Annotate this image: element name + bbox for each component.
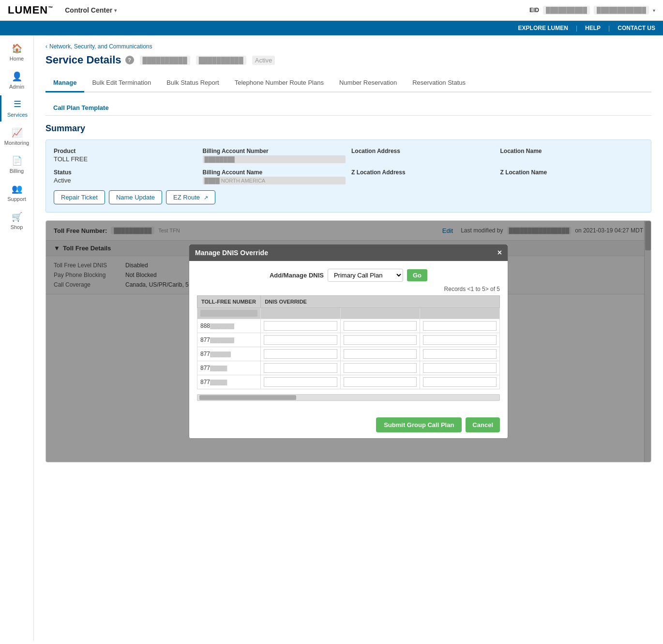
tab-number-reservation[interactable]: Number Reservation <box>332 74 405 92</box>
dnis-input[interactable] <box>264 321 337 331</box>
home-icon: 🏠 <box>12 43 22 54</box>
page-title: Service Details <box>45 54 121 66</box>
modal-overlay: Manage DNIS Override × Add/Manage DNIS P… <box>46 221 651 462</box>
tab-reservation-status[interactable]: Reservation Status <box>405 74 473 92</box>
modal-close-button[interactable]: × <box>497 248 502 257</box>
dnis-input[interactable] <box>344 335 417 345</box>
blurred-cell <box>344 310 417 317</box>
table-cell-number: 877██████ <box>197 347 261 361</box>
eid-value: ██████████ <box>543 6 590 15</box>
sidebar-item-shop[interactable]: 🛒 Shop <box>0 208 33 234</box>
status-value: Active <box>54 177 197 184</box>
col-dnis-override: DNIS OVERRIDE <box>261 296 500 308</box>
tab-bulk-edit[interactable]: Bulk Edit Termination <box>84 74 159 92</box>
sidebar-item-billing[interactable]: 📄 Billing <box>0 152 33 178</box>
dnis-input[interactable] <box>344 349 417 359</box>
table-cell-number: 877███████ <box>197 333 261 347</box>
tab-manage[interactable]: Manage <box>45 74 84 92</box>
submit-group-call-plan-button[interactable]: Submit Group Call Plan <box>376 417 462 432</box>
control-center-menu[interactable]: Control Center ▾ <box>65 6 117 14</box>
service-id-1: ██████████ <box>140 56 190 65</box>
dnis-input[interactable] <box>423 349 497 359</box>
sidebar-item-monitoring[interactable]: 📈 Monitoring <box>0 123 33 150</box>
sidebar-item-label: Home <box>10 56 24 61</box>
location-name-label: Location Name <box>500 148 644 154</box>
dnis-input[interactable] <box>344 363 417 373</box>
monitoring-icon: 📈 <box>12 127 22 138</box>
user-value: ████████████ <box>594 6 649 15</box>
modal-body: Add/Manage DNIS Primary Call Plan Second… <box>189 261 508 414</box>
explore-lumen-link[interactable]: EXPLORE LUMEN <box>518 25 568 31</box>
go-button[interactable]: Go <box>407 269 427 281</box>
help-link[interactable]: HELP <box>585 25 601 31</box>
contact-us-link[interactable]: CONTACT US <box>618 25 655 31</box>
tab-bulk-status[interactable]: Bulk Status Report <box>159 74 226 92</box>
ez-route-label: EZ Route <box>173 194 200 201</box>
dnis-input[interactable] <box>423 377 497 387</box>
dnis-input[interactable] <box>423 335 497 345</box>
modal-control-label: Add/Manage DNIS <box>270 272 324 279</box>
sidebar-item-label: Support <box>7 196 26 202</box>
table-row <box>197 308 500 319</box>
dnis-table: TOLL-FREE NUMBER DNIS OVERRIDE <box>197 295 500 389</box>
lumen-logo: LUMEN™ <box>8 4 53 16</box>
blurred-number <box>200 310 257 317</box>
blurred-cell <box>264 310 337 317</box>
table-cell-number: 877█████ <box>197 375 261 389</box>
dnis-input[interactable] <box>264 349 337 359</box>
ban-name-value: ████ NORTH AMERICA <box>203 177 346 184</box>
location-address-label: Location Address <box>351 148 495 154</box>
dnis-input[interactable] <box>264 363 337 373</box>
info-icon[interactable]: ? <box>125 56 134 64</box>
dnis-input[interactable] <box>264 377 337 387</box>
dnis-input[interactable] <box>344 321 417 331</box>
repair-ticket-button[interactable]: Repair Ticket <box>54 190 105 204</box>
sidebar-item-support[interactable]: 👥 Support <box>0 180 33 206</box>
tab-tn-route[interactable]: Telephone Number Route Plans <box>227 74 332 92</box>
admin-icon: 👤 <box>12 71 22 82</box>
table-row: 877██████ <box>197 347 500 361</box>
control-center-label: Control Center <box>65 6 112 14</box>
ez-route-button[interactable]: EZ Route ↗ <box>166 190 215 204</box>
table-row: 877█████ <box>197 375 500 389</box>
blurred-cell <box>423 310 497 317</box>
dnis-input[interactable] <box>423 321 497 331</box>
sidebar-item-label: Billing <box>10 168 24 174</box>
cancel-button[interactable]: Cancel <box>466 417 500 432</box>
modal-footer: Submit Group Call Plan Cancel <box>189 414 508 438</box>
main-panel: Toll Free Number: ██████████ Test TFN Ed… <box>45 220 651 462</box>
shop-icon: 🛒 <box>12 212 22 222</box>
summary-box: Product TOLL FREE Billing Account Number… <box>45 139 651 213</box>
sidebar-item-admin[interactable]: 👤 Admin <box>0 67 33 93</box>
sidebar-item-label: Shop <box>11 224 23 230</box>
table-row: 888███████ <box>197 319 500 333</box>
sidebar-item-home[interactable]: 🏠 Home <box>0 39 33 65</box>
sidebar-item-label: Monitoring <box>4 140 29 146</box>
ban-label: Billing Account Number <box>203 148 346 154</box>
table-cell-number: 888███████ <box>197 319 261 333</box>
dnis-type-select[interactable]: Primary Call Plan Secondary Call Plan <box>328 269 403 282</box>
name-update-button[interactable]: Name Update <box>109 190 162 204</box>
modal-header: Manage DNIS Override × <box>189 245 508 261</box>
summary-title: Summary <box>45 123 651 134</box>
sidebar-item-services[interactable]: ☰ Services <box>0 95 33 122</box>
breadcrumb-text: Network, Security, and Communications <box>49 43 152 50</box>
dnis-input[interactable] <box>344 377 417 387</box>
billing-icon: 📄 <box>12 155 22 166</box>
external-link-icon: ↗ <box>204 195 208 200</box>
dnis-input[interactable] <box>423 363 497 373</box>
tab-call-plan-template[interactable]: Call Plan Template <box>45 100 117 115</box>
table-row: 877███████ <box>197 333 500 347</box>
blue-banner: EXPLORE LUMEN | HELP | CONTACT US <box>0 21 663 35</box>
table-row: 877█████ <box>197 361 500 375</box>
records-info: Records <1 to 5> of 5 <box>197 286 500 292</box>
breadcrumb[interactable]: ‹ Network, Security, and Communications <box>45 43 651 50</box>
manage-dnis-modal: Manage DNIS Override × Add/Manage DNIS P… <box>189 244 508 439</box>
support-icon: 👥 <box>12 184 22 194</box>
main-tabs: Manage Bulk Edit Termination Bulk Status… <box>45 74 651 92</box>
modal-horizontal-scrollbar[interactable] <box>197 394 500 401</box>
page-header: Service Details ? ██████████ ██████████ … <box>45 54 651 66</box>
services-icon: ☰ <box>14 99 21 110</box>
dnis-input[interactable] <box>264 335 337 345</box>
z-location-address-label: Z Location Address <box>351 169 495 176</box>
